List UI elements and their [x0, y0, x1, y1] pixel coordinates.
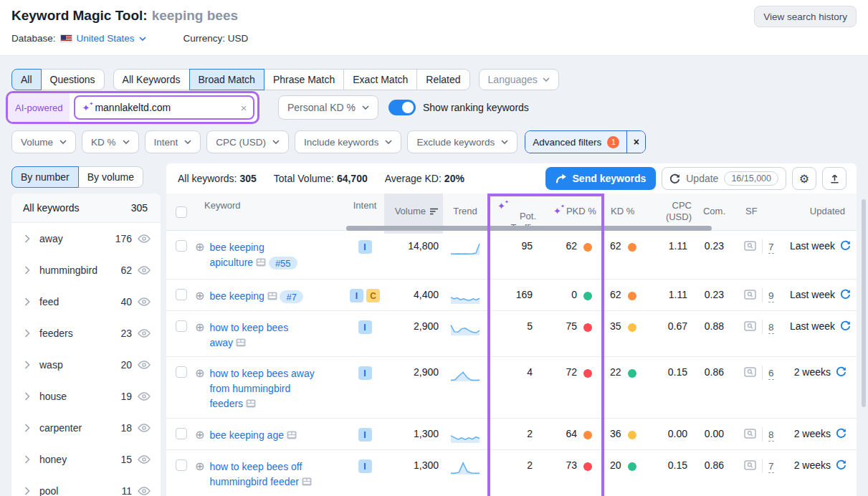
serp-preview-icon[interactable]	[236, 338, 246, 347]
add-keyword-icon[interactable]: ⊕	[195, 289, 204, 310]
serp-preview-icon[interactable]	[256, 258, 266, 267]
advanced-filters-close-button[interactable]: ×	[626, 131, 645, 153]
keyword-link[interactable]: bee keeping age	[209, 428, 296, 449]
keyword-link[interactable]: how to keep bees away	[209, 320, 318, 356]
serp-features-preview-icon[interactable]	[744, 460, 756, 470]
languages-dropdown[interactable]: Languages	[479, 69, 559, 90]
sidebar-item-feed[interactable]: feed40	[11, 286, 161, 318]
tab-related[interactable]: Related	[416, 69, 469, 90]
add-keyword-icon[interactable]: ⊕	[195, 320, 204, 356]
intent-badge-i[interactable]: I	[358, 459, 372, 473]
horizontal-scrollbar[interactable]	[346, 226, 712, 231]
personal-kd-dropdown[interactable]: Personal KD %	[278, 95, 378, 120]
row-checkbox[interactable]	[176, 459, 187, 471]
refresh-row-icon[interactable]	[840, 289, 851, 300]
serp-preview-icon[interactable]	[267, 292, 277, 300]
filter-cpc-usd[interactable]: CPC (USD)	[206, 130, 289, 153]
view-search-history-button[interactable]: View search history	[754, 6, 857, 27]
col-sf[interactable]: SF	[740, 194, 790, 234]
all-keywords-label[interactable]: All keywords	[23, 202, 80, 214]
serp-features-preview-icon[interactable]	[744, 429, 756, 439]
tab-all[interactable]: All	[11, 69, 42, 90]
serp-features-preview-icon[interactable]	[744, 321, 756, 331]
intent-badge-i[interactable]: I	[350, 289, 363, 302]
ranking-position-badge[interactable]: #7	[280, 290, 302, 303]
tab-questions[interactable]: Questions	[41, 69, 105, 90]
sf-count[interactable]: 9	[768, 290, 774, 302]
filter-kd[interactable]: KD %	[82, 130, 139, 153]
sf-count[interactable]: 8	[768, 429, 774, 442]
serp-preview-icon[interactable]	[302, 477, 312, 486]
col-keyword[interactable]: Keyword	[195, 194, 345, 234]
sidebar-item-house[interactable]: house19	[11, 381, 161, 412]
sidebar-item-hummingbird[interactable]: hummingbird62	[11, 254, 161, 286]
row-checkbox[interactable]	[176, 320, 187, 332]
chevron-right-icon	[24, 392, 30, 401]
eye-icon	[138, 392, 151, 401]
add-keyword-icon[interactable]: ⊕	[195, 428, 204, 449]
row-checkbox[interactable]	[176, 366, 187, 378]
sidebar-item-feeders[interactable]: feeders23	[11, 318, 161, 349]
refresh-row-icon[interactable]	[836, 459, 846, 470]
chevron-down-icon	[59, 140, 67, 144]
keyword-link[interactable]: bee keeping apiculture #55	[209, 240, 318, 279]
add-keyword-icon[interactable]: ⊕	[195, 240, 204, 279]
row-checkbox[interactable]	[176, 289, 187, 300]
sidebar-item-carpenter[interactable]: carpenter18	[11, 412, 161, 444]
serp-preview-icon[interactable]	[287, 431, 297, 439]
intent-badge-i[interactable]: I	[358, 320, 372, 334]
domain-search-input[interactable]: ✦ mannlakeltd.com ×	[74, 95, 254, 120]
filter-volume[interactable]: Volume	[11, 130, 76, 153]
row-checkbox[interactable]	[176, 428, 187, 439]
keyword-link[interactable]: how to keep bees off hummingbird feeder	[209, 459, 318, 496]
intent-badge-i[interactable]: I	[358, 240, 372, 254]
intent-badge-i[interactable]: I	[358, 366, 372, 380]
sidebar-tab-by-number[interactable]: By number	[11, 166, 79, 188]
clear-input-icon[interactable]: ×	[241, 102, 247, 114]
sf-count[interactable]: 7	[768, 460, 774, 473]
filter-exclude-keywords[interactable]: Exclude keywords	[407, 130, 518, 153]
serp-preview-icon[interactable]	[246, 399, 256, 408]
sidebar-scrollbar[interactable]	[862, 199, 866, 407]
refresh-row-icon[interactable]	[840, 320, 851, 331]
keyword-link[interactable]: bee keeping #7	[209, 289, 303, 310]
add-keyword-icon[interactable]: ⊕	[195, 366, 204, 418]
refresh-row-icon[interactable]	[840, 240, 851, 251]
ranking-position-badge[interactable]: #55	[269, 257, 297, 270]
sidebar-item-honey[interactable]: honey15	[11, 444, 161, 475]
tab-exact-match[interactable]: Exact Match	[343, 69, 417, 90]
refresh-row-icon[interactable]	[836, 366, 846, 377]
intent-badge-c[interactable]: C	[366, 289, 380, 302]
refresh-row-icon[interactable]	[836, 428, 846, 439]
advanced-filters-button[interactable]: Advanced filters1	[525, 131, 626, 153]
sidebar-item-away[interactable]: away176	[11, 223, 161, 254]
serp-features-preview-icon[interactable]	[744, 367, 756, 377]
select-all-checkbox[interactable]	[176, 206, 187, 218]
serp-features-preview-icon[interactable]	[744, 290, 756, 300]
sf-count[interactable]: 7	[768, 241, 774, 254]
sidebar-item-wasp[interactable]: wasp20	[11, 349, 161, 381]
tab-phrase-match[interactable]: Phrase Match	[264, 69, 344, 90]
keyword-link[interactable]: how to keep bees away from hummingbird f…	[209, 366, 318, 418]
show-ranking-keywords-toggle[interactable]	[388, 100, 416, 115]
export-button[interactable]	[822, 167, 846, 190]
sidebar-item-pool[interactable]: pool11	[11, 475, 161, 496]
sf-count[interactable]: 8	[768, 321, 774, 334]
filter-intent[interactable]: Intent	[145, 130, 201, 153]
col-updated[interactable]: Updated	[790, 194, 857, 234]
update-button[interactable]: Update 16/15,000	[662, 167, 786, 190]
settings-button[interactable]: ⚙	[792, 167, 816, 190]
row-checkbox[interactable]	[176, 240, 187, 252]
intent-badge-i[interactable]: I	[358, 428, 372, 442]
sidebar-tab-by-volume[interactable]: By volume	[78, 166, 143, 188]
group-name: pool	[39, 485, 121, 496]
database-selector[interactable]: United States	[77, 33, 135, 44]
send-keywords-button[interactable]: Send keywords	[545, 167, 657, 190]
sf-count[interactable]: 6	[768, 367, 774, 380]
chevron-down-icon	[139, 37, 146, 41]
tab-all-keywords[interactable]: All Keywords	[113, 69, 190, 90]
filter-include-keywords[interactable]: Include keywords	[295, 130, 401, 153]
tab-broad-match[interactable]: Broad Match	[189, 69, 264, 90]
serp-features-preview-icon[interactable]	[744, 241, 756, 251]
add-keyword-icon[interactable]: ⊕	[195, 459, 204, 496]
